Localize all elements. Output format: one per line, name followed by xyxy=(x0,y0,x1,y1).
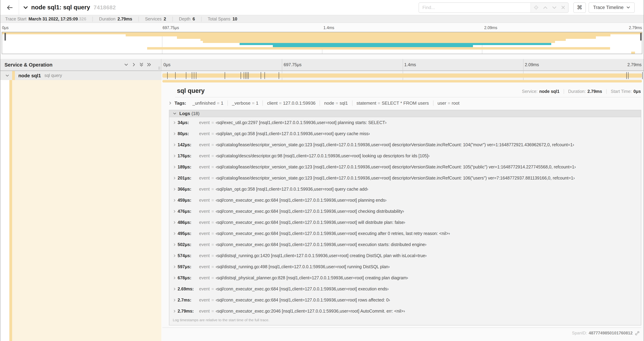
log-entry[interactable]: 2.79ms: event = ‹sql/conn_executor_exec.… xyxy=(169,306,641,317)
tag-item: _unfinished=1 xyxy=(188,101,228,106)
chevron-right-icon xyxy=(173,298,178,302)
span-bar-strip xyxy=(162,80,642,83)
log-entry[interactable]: 486μs: event = ‹sql/conn_executor_exec.g… xyxy=(169,217,641,228)
minimap-canvas[interactable] xyxy=(2,32,642,54)
trace-meta-bar: Trace Start March 31 2022, 17:25:09.326 … xyxy=(0,15,644,23)
chevron-right-icon xyxy=(173,254,178,257)
span-row: node sql1 sql query xyxy=(0,71,644,80)
log-marker-tick xyxy=(167,72,168,79)
top-bar-actions: ⌘ Trace Timeline xyxy=(418,2,635,13)
collapse-trace-chevron-icon[interactable] xyxy=(23,5,28,10)
log-marker-tick xyxy=(247,72,247,79)
log-entry[interactable]: 34μs: event = ‹sql/exec_util.go:2297 [ns… xyxy=(169,117,641,128)
log-entry[interactable]: 502μs: event = ‹sql/conn_executor_exec.g… xyxy=(169,239,641,250)
meta-item: Duration 2.79ms xyxy=(92,17,132,21)
log-marker-tick xyxy=(626,72,627,79)
tag-item: node=sql1 xyxy=(320,101,352,106)
chevron-right-icon xyxy=(173,165,178,169)
chevron-right-icon xyxy=(173,276,178,280)
logs-list: 34μs: event = ‹sql/exec_util.go:2297 [ns… xyxy=(169,117,641,317)
chevron-right-icon xyxy=(173,187,178,191)
log-entry[interactable]: 574μs: event = ‹sql/distsql_running.go:1… xyxy=(169,250,641,261)
minimap-span-bar xyxy=(203,41,555,43)
minimap-span-bar xyxy=(631,52,635,54)
back-arrow-icon xyxy=(6,4,13,11)
log-entry[interactable]: 678μs: event = ‹sql/distsql_physical_pla… xyxy=(169,272,641,283)
keyboard-shortcuts-button[interactable]: ⌘ xyxy=(573,2,586,13)
span-id-label: SpanID: xyxy=(572,330,587,335)
locate-icon[interactable] xyxy=(534,5,539,10)
log-entry[interactable]: 597μs: event = ‹sql/distsql_running.go:4… xyxy=(169,261,641,272)
back-button[interactable] xyxy=(0,0,19,15)
next-match-chevron-down-icon[interactable] xyxy=(552,5,557,10)
span-color-strip xyxy=(12,71,15,80)
chevron-right-icon xyxy=(173,243,178,246)
minimap-left-scrubber-handle[interactable] xyxy=(4,33,6,41)
log-marker-tick xyxy=(224,72,225,79)
trace-title-block: node sql1: sql query 7418682 xyxy=(23,4,116,11)
log-entry[interactable]: 80μs: event = ‹sql/plan_opt.go:358 [nsql… xyxy=(169,128,641,139)
span-detail-title: sql query xyxy=(177,87,205,95)
minimap-span-bar xyxy=(240,43,551,45)
minimap-tick-label: 2.09ms xyxy=(484,26,497,30)
span-row-name-cell[interactable]: node sql1 sql query xyxy=(0,71,161,80)
chevron-right-icon xyxy=(173,210,178,213)
trace-view-selector-label: Trace Timeline xyxy=(593,5,624,10)
log-marker-tick xyxy=(186,72,186,79)
span-detail-zone: sql query Service: node sql1 Duration: 2… xyxy=(0,80,644,341)
log-entry[interactable]: 495μs: event = ‹sql/conn_executor_exec.g… xyxy=(169,228,641,239)
timeline-ruler: 0μs 697.75μs 1.4ms 2.09ms 2.79ms xyxy=(161,59,644,70)
log-entry[interactable]: 176μs: event = ‹sql/catalog/descs/descri… xyxy=(169,150,641,161)
chevron-right-icon xyxy=(168,101,172,105)
double-chevron-right-icon[interactable] xyxy=(147,62,151,67)
span-summary: Service: node sql1 Duration: 2.79ms Star… xyxy=(522,89,641,94)
trace-view-selector[interactable]: Trace Timeline xyxy=(588,2,635,13)
chevron-right-icon xyxy=(173,121,178,124)
ruler-tick-label: 1.4ms xyxy=(404,59,416,71)
logs-count: (18) xyxy=(192,111,200,116)
span-detail-panel: sql query Service: node sql1 Duration: 2… xyxy=(161,80,644,341)
span-detail-header: sql query Service: node sql1 Duration: 2… xyxy=(177,87,641,95)
chevron-down-icon[interactable] xyxy=(124,62,128,67)
span-duration-bar[interactable] xyxy=(162,74,642,78)
collapse-controls xyxy=(124,62,151,67)
log-entry[interactable]: 459μs: event = ‹sql/conn_executor_exec.g… xyxy=(169,195,641,206)
divider xyxy=(162,327,641,328)
chevron-down-icon[interactable] xyxy=(5,74,9,78)
log-entry[interactable]: 142μs: event = ‹sql/catalog/lease/descri… xyxy=(169,139,641,150)
deep-link-icon[interactable] xyxy=(635,331,640,335)
chevron-right-icon xyxy=(173,132,178,136)
logs-header[interactable]: Logs (18) xyxy=(169,110,641,117)
clear-search-icon[interactable] xyxy=(561,5,566,10)
minimap-tick-label: 2.79ms xyxy=(629,26,642,30)
log-entry[interactable]: 2.7ms: event = ‹sql/conn_executor_exec.g… xyxy=(169,294,641,306)
ruler-tick-label: 697.75μs xyxy=(284,59,302,71)
chevron-right-icon[interactable] xyxy=(132,62,136,67)
span-row-timeline-cell xyxy=(161,71,644,80)
meta-item: Trace Start March 31 2022, 17:25:09.326 xyxy=(5,17,86,21)
logs-accordian: Logs (18) 34μs: event = ‹sql/exec_ut xyxy=(169,110,641,325)
chevron-right-icon xyxy=(173,143,178,147)
log-marker-tick xyxy=(192,72,192,79)
minimap-span-bar xyxy=(200,39,566,41)
trace-id: 7418682 xyxy=(94,4,116,11)
column-resizer-grip[interactable] xyxy=(158,67,160,70)
tags-accordian[interactable]: Tags: _unfinished=1 _verbose=1 client=12… xyxy=(168,101,641,106)
log-entry[interactable]: 189μs: event = ‹sql/catalog/lease/descri… xyxy=(169,161,641,173)
double-chevron-down-icon[interactable] xyxy=(139,62,144,67)
prev-match-chevron-up-icon[interactable] xyxy=(543,5,548,10)
trace-timeline-minimap: 0μs 697.75μs 1.4ms 2.09ms 2.79ms xyxy=(0,23,644,59)
log-entry[interactable]: 366μs: event = ‹sql/plan_opt.go:358 [nsq… xyxy=(169,184,641,195)
tag-item: client=127.0.0.1:59936 xyxy=(262,101,320,106)
minimap-span-bar xyxy=(126,34,610,36)
minimap-right-scrubber-handle[interactable] xyxy=(640,33,642,41)
log-entry[interactable]: 201μs: event = ‹sql/catalog/lease/descri… xyxy=(169,173,641,184)
tag-item: statement=SELECT * FROM users xyxy=(352,101,433,106)
meta-item: Total Spans 10 xyxy=(201,17,237,21)
log-entry[interactable]: 476μs: event = ‹sql/conn_executor_exec.g… xyxy=(169,206,641,217)
log-entry[interactable]: 2.69ms: event = ‹sql/conn_executor_exec.… xyxy=(169,283,641,294)
find-input[interactable] xyxy=(419,3,530,12)
ruler-tick-label: 2.09ms xyxy=(525,59,539,71)
log-marker-tick xyxy=(245,72,246,79)
span-id-value: 4877749850101760812 xyxy=(588,330,632,335)
